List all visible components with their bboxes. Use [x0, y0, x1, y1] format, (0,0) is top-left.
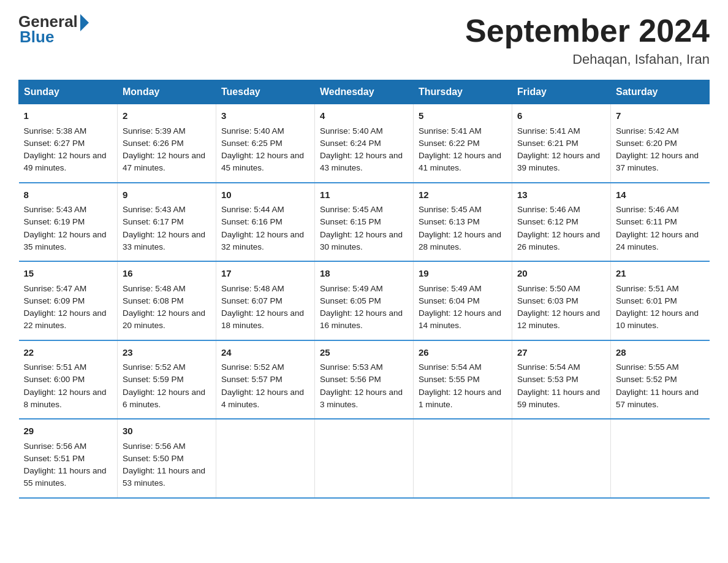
table-row: 20Sunrise: 5:50 AMSunset: 6:03 PMDayligh…: [512, 261, 611, 340]
table-row: 25Sunrise: 5:53 AMSunset: 5:56 PMDayligh…: [315, 340, 414, 419]
table-row: 23Sunrise: 5:52 AMSunset: 5:59 PMDayligh…: [118, 340, 216, 419]
header-wednesday: Wednesday: [315, 80, 414, 104]
table-row: 24Sunrise: 5:52 AMSunset: 5:57 PMDayligh…: [216, 340, 315, 419]
day-number: 15: [24, 267, 113, 281]
table-row: 6Sunrise: 5:41 AMSunset: 6:21 PMDaylight…: [512, 104, 611, 183]
table-row: 12Sunrise: 5:45 AMSunset: 6:13 PMDayligh…: [414, 183, 512, 262]
table-row: 26Sunrise: 5:54 AMSunset: 5:55 PMDayligh…: [414, 340, 512, 419]
title-block: September 2024 Dehaqan, Isfahan, Iran: [465, 12, 710, 67]
calendar-body: 1Sunrise: 5:38 AMSunset: 6:27 PMDaylight…: [19, 104, 710, 498]
table-row: [315, 419, 414, 498]
table-row: 15Sunrise: 5:47 AMSunset: 6:09 PMDayligh…: [19, 261, 118, 340]
page-header: General Blue September 2024 Dehaqan, Isf…: [18, 12, 710, 67]
day-number: 7: [616, 109, 705, 123]
day-number: 4: [320, 109, 408, 123]
day-number: 23: [123, 346, 211, 360]
table-row: 9Sunrise: 5:43 AMSunset: 6:17 PMDaylight…: [118, 183, 216, 262]
logo: General Blue: [18, 12, 89, 47]
calendar-subtitle: Dehaqan, Isfahan, Iran: [465, 52, 710, 67]
table-row: 29Sunrise: 5:56 AMSunset: 5:51 PMDayligh…: [19, 419, 118, 498]
day-number: 20: [517, 267, 605, 281]
day-number: 3: [221, 109, 309, 123]
calendar-header: Sunday Monday Tuesday Wednesday Thursday…: [19, 80, 710, 104]
day-number: 11: [320, 188, 408, 202]
day-number: 8: [24, 188, 113, 202]
table-row: 11Sunrise: 5:45 AMSunset: 6:15 PMDayligh…: [315, 183, 414, 262]
table-row: 22Sunrise: 5:51 AMSunset: 6:00 PMDayligh…: [19, 340, 118, 419]
table-row: 8Sunrise: 5:43 AMSunset: 6:19 PMDaylight…: [19, 183, 118, 262]
table-row: 14Sunrise: 5:46 AMSunset: 6:11 PMDayligh…: [611, 183, 710, 262]
day-number: 28: [616, 346, 705, 360]
day-number: 2: [123, 109, 211, 123]
day-number: 26: [419, 346, 507, 360]
header-tuesday: Tuesday: [216, 80, 315, 104]
header-sunday: Sunday: [19, 80, 118, 104]
day-number: 13: [517, 188, 605, 202]
day-number: 27: [517, 346, 605, 360]
day-number: 25: [320, 346, 408, 360]
table-row: 10Sunrise: 5:44 AMSunset: 6:16 PMDayligh…: [216, 183, 315, 262]
day-number: 18: [320, 267, 408, 281]
table-row: 1Sunrise: 5:38 AMSunset: 6:27 PMDaylight…: [19, 104, 118, 183]
table-row: 2Sunrise: 5:39 AMSunset: 6:26 PMDaylight…: [118, 104, 216, 183]
table-row: 17Sunrise: 5:48 AMSunset: 6:07 PMDayligh…: [216, 261, 315, 340]
day-number: 17: [221, 267, 309, 281]
header-friday: Friday: [512, 80, 611, 104]
logo-blue-text: Blue: [20, 28, 54, 47]
table-row: [414, 419, 512, 498]
day-number: 14: [616, 188, 705, 202]
table-row: [216, 419, 315, 498]
header-monday: Monday: [118, 80, 216, 104]
logo-arrow-icon: [80, 14, 89, 31]
day-number: 30: [123, 424, 211, 439]
header-thursday: Thursday: [414, 80, 512, 104]
table-row: 16Sunrise: 5:48 AMSunset: 6:08 PMDayligh…: [118, 261, 216, 340]
table-row: 19Sunrise: 5:49 AMSunset: 6:04 PMDayligh…: [414, 261, 512, 340]
header-saturday: Saturday: [611, 80, 710, 104]
day-number: 9: [123, 188, 211, 202]
day-number: 22: [24, 346, 113, 360]
day-number: 10: [221, 188, 309, 202]
table-row: [512, 419, 611, 498]
calendar-title: September 2024: [465, 12, 710, 49]
day-number: 29: [24, 424, 113, 439]
table-row: 4Sunrise: 5:40 AMSunset: 6:24 PMDaylight…: [315, 104, 414, 183]
table-row: 27Sunrise: 5:54 AMSunset: 5:53 PMDayligh…: [512, 340, 611, 419]
day-number: 21: [616, 267, 705, 281]
day-number: 24: [221, 346, 309, 360]
table-row: 21Sunrise: 5:51 AMSunset: 6:01 PMDayligh…: [611, 261, 710, 340]
table-row: 7Sunrise: 5:42 AMSunset: 6:20 PMDaylight…: [611, 104, 710, 183]
day-number: 5: [419, 109, 507, 123]
table-row: 28Sunrise: 5:55 AMSunset: 5:52 PMDayligh…: [611, 340, 710, 419]
table-row: 30Sunrise: 5:56 AMSunset: 5:50 PMDayligh…: [118, 419, 216, 498]
table-row: 18Sunrise: 5:49 AMSunset: 6:05 PMDayligh…: [315, 261, 414, 340]
day-number: 16: [123, 267, 211, 281]
table-row: 13Sunrise: 5:46 AMSunset: 6:12 PMDayligh…: [512, 183, 611, 262]
table-row: 3Sunrise: 5:40 AMSunset: 6:25 PMDaylight…: [216, 104, 315, 183]
calendar-table: Sunday Monday Tuesday Wednesday Thursday…: [18, 80, 710, 499]
day-number: 12: [419, 188, 507, 202]
table-row: [611, 419, 710, 498]
day-number: 1: [24, 109, 113, 123]
day-number: 19: [419, 267, 507, 281]
table-row: 5Sunrise: 5:41 AMSunset: 6:22 PMDaylight…: [414, 104, 512, 183]
day-number: 6: [517, 109, 605, 123]
